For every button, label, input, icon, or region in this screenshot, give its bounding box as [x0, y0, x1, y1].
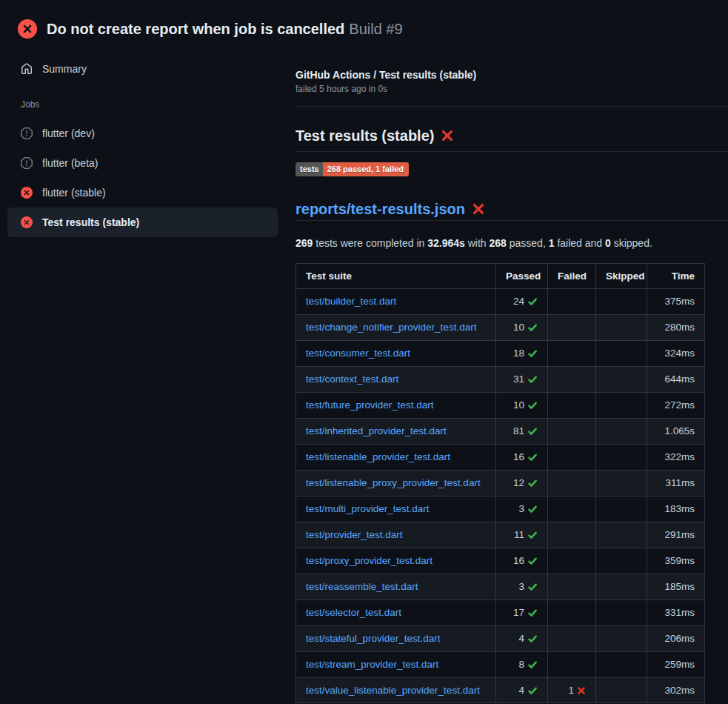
test-suite-link[interactable]: test/proxy_provider_test.dart	[306, 555, 433, 566]
passed-value: 3	[518, 581, 524, 593]
table-row: test/reassemble_test.dart 3	[296, 574, 705, 600]
duration: 32.964s	[427, 237, 465, 249]
check-icon	[527, 660, 538, 670]
time-value: 302ms	[647, 678, 705, 703]
test-suite-link[interactable]: test/provider_test.dart	[306, 529, 403, 540]
check-icon	[527, 348, 538, 359]
check-icon	[527, 608, 538, 618]
passed-count: 268	[490, 237, 507, 249]
jobs-section-label: Jobs	[0, 99, 295, 110]
test-suite-link[interactable]: test/listenable_proxy_provider_test.dart	[306, 477, 481, 488]
time-value: 185ms	[647, 574, 705, 600]
x-circle-icon	[18, 19, 37, 39]
badge-value: 268 passed, 1 failed	[323, 162, 409, 176]
passed-value: 3	[518, 503, 524, 515]
check-icon	[527, 530, 538, 540]
job-label: flutter (beta)	[42, 157, 98, 169]
passed-value: 16	[513, 555, 524, 567]
check-icon	[527, 556, 538, 566]
run-breadcrumb: GitHub Actions / Test results (stable)	[295, 69, 728, 82]
tests-badge: tests268 passed, 1 failed	[295, 162, 409, 176]
divider	[295, 106, 728, 107]
test-suite-link[interactable]: test/stateful_provider_test.dart	[306, 633, 441, 644]
home-icon	[21, 63, 33, 75]
sidebar-item-summary[interactable]: Summary	[0, 59, 295, 79]
passed-value: 4	[518, 685, 524, 697]
time-value: 259ms	[647, 652, 705, 678]
job-label: flutter (stable)	[42, 187, 106, 199]
passed-value: 81	[513, 425, 524, 437]
test-suite-link[interactable]: test/listenable_provider_test.dart	[306, 451, 450, 462]
test-results-table: Test suite Passed Failed Skipped Time te…	[295, 263, 705, 703]
table-row: test/change_notifier_provider_test.dart …	[296, 315, 705, 341]
col-header-passed: Passed	[496, 264, 548, 289]
build-number: Build #9	[349, 21, 402, 37]
sidebar-item-flutter-stable[interactable]: flutter (stable)	[7, 178, 278, 207]
table-row: test/listenable_provider_test.dart 16	[296, 445, 705, 471]
sidebar-item-test-results-stable[interactable]: Test results (stable)	[7, 207, 278, 237]
check-run-header: Do not create report when job is cancell…	[0, 0, 728, 44]
check-icon	[527, 504, 538, 514]
check-icon	[527, 478, 538, 488]
test-summary-line: 269 tests were completed in 32.964s with…	[295, 237, 728, 250]
test-suite-link[interactable]: test/context_test.dart	[306, 373, 398, 385]
check-icon	[527, 426, 538, 436]
table-row: test/proxy_provider_test.dart 16	[296, 548, 705, 574]
sidebar-item-flutter-beta[interactable]: flutter (beta)	[7, 148, 278, 178]
time-value: 272ms	[647, 393, 705, 419]
check-icon	[527, 582, 538, 592]
passed-value: 11	[514, 529, 524, 541]
report-file-heading: reports/test-results.json	[295, 199, 728, 221]
cross-mark-icon	[441, 129, 454, 142]
table-row: test/multi_provider_test.dart 3	[296, 497, 705, 522]
passed-value: 17	[513, 607, 524, 619]
skipped-count: 0	[605, 237, 611, 249]
time-value: 375ms	[647, 289, 705, 315]
passed-value: 8	[518, 659, 524, 671]
table-row: test/stream_provider_test.dart 8	[296, 652, 705, 678]
test-suite-link[interactable]: test/consumer_test.dart	[306, 348, 410, 359]
table-row: test/provider_test.dart 11	[296, 522, 705, 548]
check-icon	[527, 296, 538, 307]
cross-mark-icon	[577, 686, 586, 695]
table-row: test/context_test.dart 31	[296, 367, 705, 393]
badge-label: tests	[295, 162, 323, 176]
x-circle-icon	[21, 216, 33, 228]
check-icon	[527, 322, 538, 333]
test-suite-link[interactable]: test/stream_provider_test.dart	[306, 659, 438, 670]
failed-count: 1	[549, 237, 555, 249]
workflow-run-title: Do not create report when job is cancell…	[47, 21, 344, 37]
time-value: 1.065s	[647, 419, 705, 445]
run-status-text: failed 5 hours ago in 0s	[295, 84, 728, 95]
test-suite-link[interactable]: test/multi_provider_test.dart	[306, 503, 430, 514]
table-row: test/consumer_test.dart 18	[296, 341, 705, 367]
test-suite-link[interactable]: test/value_listenable_provider_test.dart	[306, 685, 480, 696]
check-icon	[527, 374, 538, 385]
report-file-link[interactable]: reports/test-results.json	[295, 199, 465, 219]
table-row: test/future_provider_test.dart 10	[296, 393, 705, 419]
passed-value: 16	[513, 451, 524, 463]
test-suite-link[interactable]: test/builder_test.dart	[306, 296, 396, 307]
test-suite-link[interactable]: test/reassemble_test.dart	[306, 581, 418, 592]
failed-value: 1	[568, 685, 574, 697]
passed-value: 24	[513, 296, 524, 308]
job-label: Test results (stable)	[42, 216, 139, 228]
col-header-test-suite: Test suite	[296, 264, 496, 289]
sidebar-item-flutter-dev[interactable]: flutter (dev)	[7, 119, 278, 148]
test-suite-link[interactable]: test/future_provider_test.dart	[306, 399, 434, 411]
jobs-list: flutter (dev) flutter (beta) flutter (st…	[0, 119, 295, 237]
col-header-skipped: Skipped	[596, 264, 647, 289]
table-row: test/selector_test.dart 17	[296, 600, 705, 626]
report-heading: Test results (stable)	[295, 126, 728, 152]
passed-value: 18	[513, 348, 524, 359]
total-count: 269	[295, 237, 313, 249]
test-suite-link[interactable]: test/change_notifier_provider_test.dart	[306, 322, 476, 333]
time-value: 644ms	[647, 367, 705, 393]
table-row: test/inherited_provider_test.dart 81	[296, 419, 705, 445]
summary-label: Summary	[42, 63, 87, 75]
test-suite-link[interactable]: test/inherited_provider_test.dart	[306, 425, 447, 436]
time-value: 324ms	[647, 341, 705, 367]
check-icon	[527, 452, 538, 462]
test-suite-link[interactable]: test/selector_test.dart	[306, 607, 401, 618]
time-value: 311ms	[647, 471, 705, 497]
